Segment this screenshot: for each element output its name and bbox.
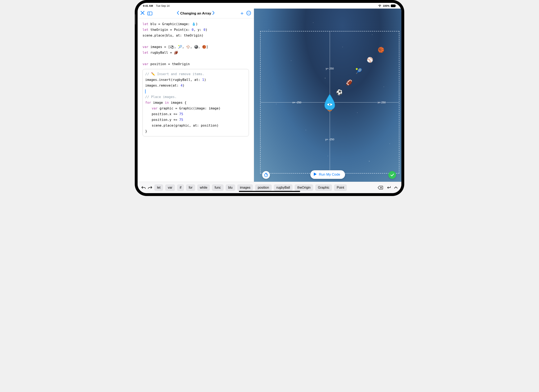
home-indicator[interactable] xyxy=(239,191,300,192)
suggestion-chip[interactable]: images xyxy=(237,184,253,191)
placed-soccer: ⚽️ xyxy=(336,89,343,96)
return-icon[interactable] xyxy=(386,186,391,189)
battery-icon xyxy=(391,5,396,7)
svg-point-6 xyxy=(249,13,249,13)
suggestion-chip[interactable]: Graphic xyxy=(315,184,332,191)
add-icon[interactable]: + xyxy=(241,10,244,17)
placed-rugby: 🏈 xyxy=(346,79,352,86)
suggestion-chip[interactable]: if xyxy=(177,184,184,191)
suggestion-chip[interactable]: Point xyxy=(334,184,347,191)
editor-pane: Changing an Array + let blu = Graphic(im… xyxy=(138,9,254,182)
battery-percent: 100% xyxy=(383,4,390,7)
live-view: x= -250 x= 250 y= -250 y= 250 ⚽️ 🏈 xyxy=(254,9,401,182)
page-title[interactable]: Changing an Array xyxy=(180,11,211,15)
suggestion-chip[interactable]: while xyxy=(197,184,210,191)
title-nav: Changing an Array xyxy=(138,11,254,16)
prev-page-icon[interactable] xyxy=(175,11,180,16)
redo-icon[interactable] xyxy=(148,186,152,189)
suggestion-chip[interactable]: theOrigin xyxy=(295,184,313,191)
close-icon[interactable] xyxy=(140,11,144,16)
suggestion-chip[interactable]: var xyxy=(165,184,175,191)
status-time: 9:41 AM xyxy=(143,4,153,7)
suggestion-chip[interactable]: blu xyxy=(226,184,235,191)
suggestion-chip[interactable]: rugbyBall xyxy=(274,184,293,191)
placed-basketball: 🏀 xyxy=(378,47,384,53)
play-icon xyxy=(314,172,317,177)
success-button[interactable] xyxy=(388,171,396,179)
wifi-icon xyxy=(378,5,382,7)
editable-code-block[interactable]: // ✏️ Insert and remove items. images.in… xyxy=(143,69,249,136)
code-editor[interactable]: let blu = Graphic(image: 💧) let theOrigi… xyxy=(138,18,254,182)
content-split: ••• Changing an Array xyxy=(138,9,401,182)
blu-character xyxy=(322,93,337,111)
screen: 9:41 AM Tue Sep 14 100% ••• xyxy=(138,3,401,193)
placed-baseball: ⚾️ xyxy=(367,57,373,63)
editor-toolbar: Changing an Array + xyxy=(138,9,254,18)
suggestion-chip[interactable]: func xyxy=(212,184,223,191)
x-pos-label: x= 250 xyxy=(377,101,386,104)
run-bar: Run My Code xyxy=(254,170,401,179)
svg-point-9 xyxy=(329,104,330,105)
suggestion-chip[interactable]: position xyxy=(255,184,272,191)
ipad-frame: 9:41 AM Tue Sep 14 100% ••• xyxy=(135,0,404,196)
run-label: Run My Code xyxy=(319,173,340,177)
collapse-keyboard-icon[interactable] xyxy=(394,186,398,189)
y-pos-label: y= 250 xyxy=(326,67,334,70)
coordinate-grid: x= -250 x= 250 y= -250 y= 250 ⚽️ 🏈 xyxy=(260,31,399,174)
suggestion-chip[interactable]: let xyxy=(154,184,163,191)
undo-icon[interactable] xyxy=(141,186,146,189)
status-date: Tue Sep 14 xyxy=(156,4,170,7)
backspace-icon[interactable] xyxy=(378,186,383,189)
x-neg-label: x= -250 xyxy=(292,101,301,104)
svg-rect-2 xyxy=(148,12,152,15)
sidebar-toggle-icon[interactable] xyxy=(147,12,152,15)
svg-point-5 xyxy=(247,13,248,13)
status-right: 100% xyxy=(378,4,396,7)
status-bar: 9:41 AM Tue Sep 14 100% xyxy=(138,3,401,9)
svg-rect-0 xyxy=(391,5,395,7)
status-left: 9:41 AM Tue Sep 14 xyxy=(143,4,170,7)
text-cursor xyxy=(145,89,146,93)
y-neg-label: y= -250 xyxy=(325,138,334,141)
more-icon[interactable] xyxy=(246,11,251,16)
next-page-icon[interactable] xyxy=(211,11,216,16)
suggestion-chip[interactable]: for xyxy=(186,184,195,191)
run-code-button[interactable]: Run My Code xyxy=(310,170,345,179)
svg-point-7 xyxy=(249,13,250,13)
svg-rect-1 xyxy=(396,5,396,6)
placed-tennis: 🎾 xyxy=(356,68,362,74)
